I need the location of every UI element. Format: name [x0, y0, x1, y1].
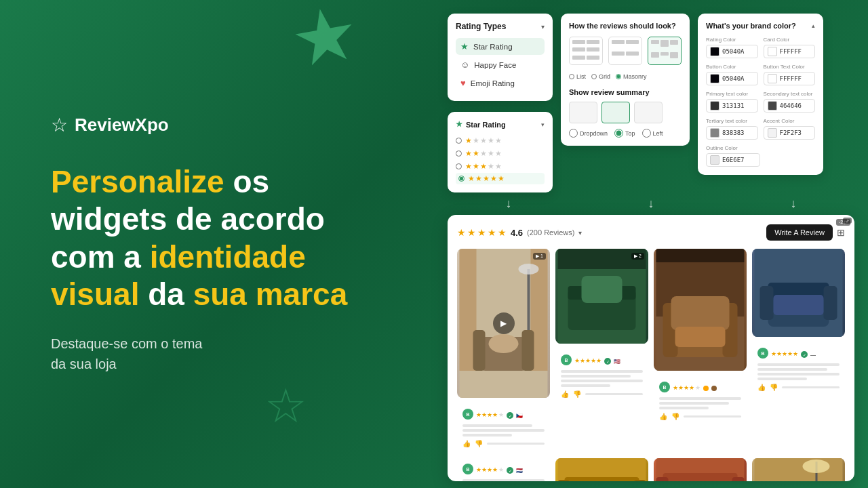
- star-rating-widget: ★ Star Rating ▾ ★★★★★ ★★★★★: [448, 112, 553, 192]
- filter-icon[interactable]: ⊞: [837, 227, 845, 238]
- thumbdown-3[interactable]: 👎: [671, 413, 679, 420]
- play-button-1[interactable]: ▶: [493, 312, 515, 334]
- col-3: -2 ▷ B ★★★★★: [654, 249, 747, 453]
- verified-1: ✓: [507, 412, 513, 419]
- happy-option-label: Happy Face: [474, 61, 516, 69]
- corner-badge-1: ▶ 1: [533, 253, 546, 260]
- svg-rect-26: [824, 286, 837, 320]
- star-radio-4[interactable]: [458, 176, 465, 182]
- color-button: Button Color 05040A: [706, 64, 758, 85]
- brand-color-chevron[interactable]: ▴: [812, 22, 815, 29]
- flag-2: 🇺🇸: [614, 359, 620, 365]
- summary-left[interactable]: [634, 102, 663, 123]
- card-actions-1: 👍 👎: [462, 440, 545, 447]
- layout-masonry[interactable]: [648, 37, 682, 65]
- card-stars-3: ★★★★★: [673, 384, 701, 391]
- review-rating-summary: ★★★★★ 4.6 (200 Reviews) ▾: [457, 227, 582, 238]
- headline-part1: Personalize: [51, 164, 224, 199]
- layout-list[interactable]: [569, 37, 603, 65]
- color-input-accent[interactable]: F2F2F3: [764, 126, 816, 140]
- summary-label-top[interactable]: Top: [614, 129, 635, 138]
- thumbup-3[interactable]: 👍: [659, 413, 667, 420]
- thumbup-4[interactable]: 👍: [757, 384, 766, 391]
- svg-point-8: [489, 334, 519, 353]
- layout-label-masonry[interactable]: Masonry: [616, 73, 647, 80]
- subtext-line2: da sua loja: [51, 357, 117, 371]
- star-radio-3[interactable]: [456, 163, 462, 169]
- star-row-4: ★★★★★: [456, 173, 545, 184]
- review-chevron-icon[interactable]: ▾: [578, 229, 582, 237]
- arrow-1: ↓: [506, 197, 512, 211]
- thumbdown-1[interactable]: 👎: [475, 440, 483, 447]
- corner-badge-2: ▶ 2: [631, 253, 644, 260]
- verified-2: ✓: [604, 358, 611, 365]
- svg-rect-25: [760, 286, 774, 320]
- svg-point-4: [519, 264, 539, 274]
- star-row-2: ★★★★★: [456, 147, 545, 160]
- brand-color-widget: What's your brand color? ▴ Rating Color …: [698, 14, 823, 175]
- thumbdown-4[interactable]: 👎: [770, 384, 778, 391]
- color-secondary-text: Secondary text color 464646: [764, 91, 816, 113]
- rating-option-emoji[interactable]: ♥ Emoji Rating: [456, 75, 545, 92]
- rating-option-happy[interactable]: ☺ Happy Face: [456, 56, 545, 73]
- review-text-4: B ★★★★★ ✓ — 👍 �: [752, 342, 845, 396]
- flag-1: 🇨🇿: [516, 413, 523, 419]
- card-stars-1: ★★★★★: [476, 411, 504, 418]
- main-review-widget: ★★★★★ 4.6 (200 Reviews) ▾ Write A Review…: [448, 215, 854, 481]
- svg-rect-27: [774, 295, 824, 315]
- summary-label-left[interactable]: Left: [642, 129, 663, 138]
- summary-labels: Dropdown Top Left: [569, 129, 682, 138]
- color-input-outline[interactable]: E6E6E7: [706, 153, 760, 167]
- avatar-2: B: [561, 354, 572, 365]
- layout-title: How the reviews should look?: [569, 22, 682, 30]
- verified-4: ✓: [801, 351, 808, 358]
- color-input-tertiary[interactable]: 838383: [706, 126, 758, 140]
- write-review-button[interactable]: Write A Review: [766, 224, 833, 241]
- dot-brown: [711, 386, 717, 391]
- star-row-1: ★★★★★: [456, 134, 545, 147]
- color-rating: Rating Color 05040A: [706, 37, 758, 58]
- review-card-1: ▶ ▶ 1: [457, 249, 550, 398]
- svg-rect-20: [675, 327, 726, 347]
- layout-label-grid[interactable]: Grid: [591, 73, 610, 80]
- color-input-rating[interactable]: 05040A: [706, 45, 758, 58]
- subtext: Destaque-se com o tema da sua loja: [51, 333, 390, 374]
- layout-grid[interactable]: [608, 37, 642, 65]
- svg-rect-36: [656, 477, 669, 481]
- swatch-tertiary: [710, 128, 719, 138]
- summary-label-dropdown[interactable]: Dropdown: [569, 129, 608, 138]
- thumbdown-2[interactable]: 👎: [573, 390, 581, 398]
- star-rating-chevron[interactable]: ▾: [541, 121, 545, 128]
- color-input-primary[interactable]: 313131: [706, 99, 758, 113]
- stars-2: ★★★★★: [465, 149, 502, 158]
- avatar-3: B: [659, 382, 670, 392]
- layout-label-list[interactable]: List: [569, 73, 586, 80]
- summary-title: Show review summary: [569, 88, 682, 96]
- review-card-3: -2 ▷: [654, 249, 747, 371]
- svg-rect-37: [732, 477, 745, 481]
- thumbup-2[interactable]: 👍: [561, 390, 569, 398]
- color-input-button[interactable]: 05040A: [706, 72, 758, 85]
- review-score: 4.6: [511, 228, 523, 238]
- summary-top[interactable]: [601, 102, 630, 123]
- rating-types-chevron[interactable]: ▾: [541, 23, 545, 30]
- card-actions-4: 👍 👎: [757, 384, 840, 391]
- review-card-r2-2: [555, 458, 648, 481]
- review-header: ★★★★★ 4.6 (200 Reviews) ▾ Write A Review…: [457, 224, 845, 241]
- avatar-r2-1: B: [462, 464, 473, 474]
- review-text-1: B ★★★★★ ✓ 🇨🇿 👍 👎: [457, 403, 550, 453]
- color-input-card[interactable]: FFFFFF: [764, 45, 816, 58]
- color-input-button-text[interactable]: FFFFFF: [764, 72, 816, 85]
- thumbup-1[interactable]: 👍: [462, 440, 471, 447]
- star-option-icon: ★: [460, 41, 469, 52]
- card-lines-2: [561, 370, 643, 387]
- summary-dropdown[interactable]: [569, 102, 597, 123]
- star-radio-1[interactable]: [456, 138, 462, 144]
- rating-option-star[interactable]: ★ Star Rating: [456, 38, 545, 55]
- color-input-secondary[interactable]: 464646: [764, 99, 816, 113]
- card-lines-3: [659, 397, 741, 409]
- avatar-1: B: [462, 409, 473, 420]
- star-radio-2[interactable]: [456, 150, 462, 157]
- color-card: Card Color FFFFFF: [764, 37, 816, 58]
- verified-r2-1: ✓: [507, 467, 513, 474]
